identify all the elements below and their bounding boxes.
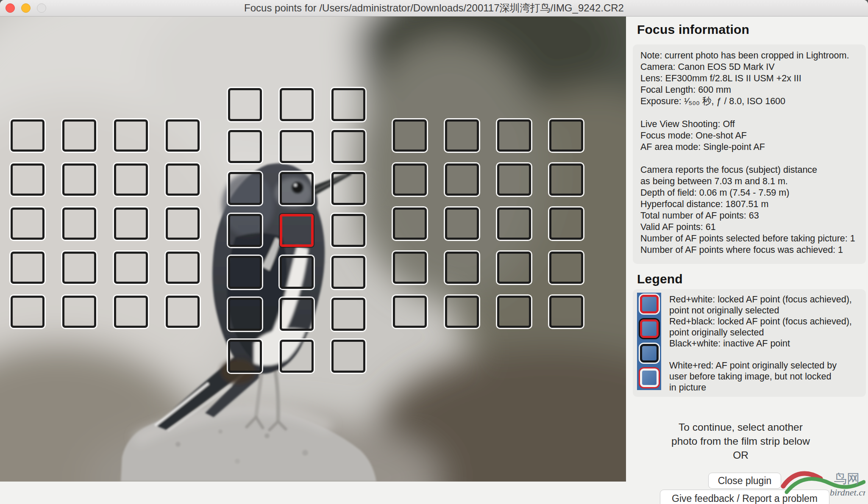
focus-info-heading: Focus information bbox=[637, 22, 749, 37]
zoom-window-icon bbox=[37, 3, 46, 13]
info-line: Camera: Canon EOS 5D Mark IV bbox=[640, 61, 858, 73]
info-line: Number of AF points where focus was achi… bbox=[640, 244, 858, 256]
af-point bbox=[280, 298, 314, 331]
legend-line: White+red: AF point originally selected … bbox=[669, 360, 862, 371]
af-point bbox=[445, 208, 479, 240]
af-point bbox=[166, 163, 200, 196]
info-line: Live View Shooting: Off bbox=[640, 119, 858, 130]
info-line: Exposure: ¹⁄₅₀₀ 秒, ƒ / 8.0, ISO 1600 bbox=[640, 96, 858, 107]
af-point bbox=[445, 252, 479, 284]
af-point bbox=[497, 119, 531, 152]
af-point bbox=[228, 214, 262, 247]
continue-line: photo from the film strip below bbox=[626, 434, 855, 448]
af-point bbox=[549, 252, 583, 284]
af-point bbox=[549, 163, 583, 196]
side-panel: Focus information Note: current photo ha… bbox=[626, 17, 868, 504]
af-point bbox=[445, 119, 479, 152]
legend-box: Red+white: locked AF point (focus achiev… bbox=[633, 289, 866, 397]
close-window-icon[interactable] bbox=[6, 3, 15, 13]
legend-line: Black+white: inactive AF point bbox=[669, 338, 862, 349]
af-point bbox=[62, 163, 96, 196]
af-point bbox=[228, 298, 262, 331]
legend-line: Red+white: locked AF point (focus achiev… bbox=[669, 294, 862, 305]
focus-info-box: Note: current photo has been cropped in … bbox=[633, 44, 866, 264]
af-point bbox=[497, 296, 531, 328]
continue-line: OR bbox=[626, 448, 855, 462]
info-line: as being between 7.03 m and 8.1 m. bbox=[640, 176, 858, 187]
af-point bbox=[497, 252, 531, 284]
af-point bbox=[549, 119, 583, 152]
af-point bbox=[11, 208, 45, 240]
legend-swatch-red-white bbox=[640, 295, 659, 313]
legend-line: point not originally selected bbox=[669, 305, 862, 316]
info-line: Note: current photo has been cropped in … bbox=[640, 50, 858, 61]
continue-line: To continue, select another bbox=[626, 420, 855, 434]
logo-cjk-text: 鸟网 bbox=[834, 471, 860, 485]
plugin-window: Focus points for /Users/administrator/Do… bbox=[0, 0, 868, 504]
bird-photo bbox=[0, 17, 626, 482]
af-point bbox=[497, 163, 531, 196]
af-point bbox=[331, 88, 365, 121]
af-point bbox=[228, 130, 262, 163]
af-point bbox=[393, 163, 427, 196]
photo-area bbox=[0, 17, 626, 482]
af-point bbox=[62, 208, 96, 240]
birdnet-logo: 鸟网 birdnet.cn bbox=[781, 466, 865, 502]
af-point bbox=[228, 88, 262, 121]
af-point bbox=[166, 119, 200, 152]
af-point bbox=[228, 340, 262, 373]
info-line: Lens: EF300mm f/2.8L IS II USM +2x III bbox=[640, 73, 858, 84]
af-point bbox=[393, 296, 427, 328]
af-point bbox=[280, 256, 314, 289]
af-point bbox=[62, 119, 96, 152]
traffic-lights bbox=[6, 3, 46, 13]
legend-swatch-strip bbox=[637, 293, 661, 390]
legend-swatch-white-red bbox=[640, 368, 659, 387]
af-point bbox=[393, 208, 427, 240]
minimize-window-icon[interactable] bbox=[21, 3, 31, 13]
af-point bbox=[549, 208, 583, 240]
legend-heading: Legend bbox=[637, 272, 683, 286]
af-point bbox=[445, 296, 479, 328]
af-point bbox=[114, 163, 148, 196]
af-point bbox=[62, 252, 96, 284]
info-line: Focal Length: 600 mm bbox=[640, 84, 858, 96]
info-line: Depth of field: 0.06 m (7.54 - 7.59 m) bbox=[640, 187, 858, 199]
legend-line: in picture bbox=[669, 382, 862, 393]
legend-line: point originally selected bbox=[669, 327, 862, 338]
af-point bbox=[11, 119, 45, 152]
af-point bbox=[228, 256, 262, 289]
continue-instructions: To continue, select another photo from t… bbox=[626, 420, 855, 462]
info-line bbox=[640, 153, 858, 164]
info-line: AF area mode: Single-point AF bbox=[640, 141, 858, 153]
info-line: Focus mode: One-shot AF bbox=[640, 130, 858, 141]
af-point bbox=[331, 340, 365, 373]
af-point bbox=[393, 119, 427, 152]
titlebar: Focus points for /Users/administrator/Do… bbox=[0, 0, 868, 17]
af-point bbox=[62, 296, 96, 328]
info-line: Total number of AF points: 63 bbox=[640, 210, 858, 222]
legend-line: user before taking image, but not locked bbox=[669, 371, 862, 382]
af-point bbox=[228, 172, 262, 205]
af-point bbox=[280, 130, 314, 163]
af-point bbox=[445, 163, 479, 196]
af-point bbox=[166, 296, 200, 328]
info-line: Valid AF points: 61 bbox=[640, 222, 858, 233]
af-point bbox=[331, 172, 365, 205]
af-point bbox=[280, 172, 314, 205]
legend-line bbox=[669, 349, 862, 360]
af-point-locked bbox=[280, 214, 314, 247]
legend-line: Red+black: locked AF point (focus achiev… bbox=[669, 316, 862, 327]
legend-swatch-red-black bbox=[640, 319, 659, 338]
af-point bbox=[114, 252, 148, 284]
af-point bbox=[331, 298, 365, 331]
af-point bbox=[331, 214, 365, 247]
legend-text: Red+white: locked AF point (focus achiev… bbox=[669, 294, 862, 393]
info-line: Hyperfocal distance: 1807.51 m bbox=[640, 199, 858, 210]
af-point bbox=[114, 208, 148, 240]
window-title: Focus points for /Users/administrator/Do… bbox=[244, 1, 624, 15]
af-point bbox=[166, 208, 200, 240]
info-line: Number of AF points selected before taki… bbox=[640, 233, 858, 244]
af-point bbox=[11, 163, 45, 196]
close-plugin-button[interactable]: Close plugin bbox=[708, 473, 781, 489]
